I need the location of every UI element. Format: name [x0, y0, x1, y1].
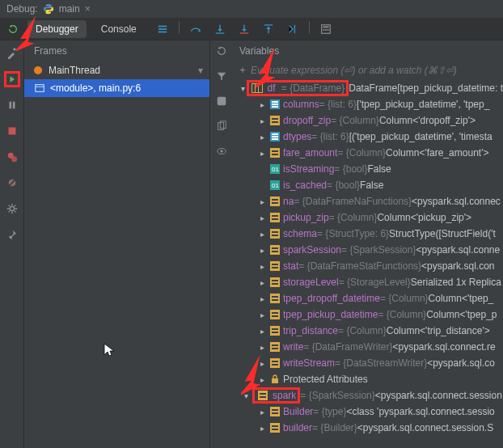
- thread-name: MainThread: [49, 65, 192, 76]
- stack-frame-item[interactable]: <module>, main.py:6: [24, 79, 209, 97]
- var-stat[interactable]: ▸stat = {DataFrameStatFunctions} <pyspar…: [235, 258, 503, 274]
- var-tpep-pickup[interactable]: ▸tpep_pickup_datetime = {Column} Column<…: [235, 306, 503, 323]
- step-into-my-code-icon[interactable]: [236, 21, 252, 37]
- threads-icon[interactable]: [154, 21, 171, 37]
- svg-rect-3: [159, 28, 167, 30]
- svg-rect-15: [12, 102, 15, 109]
- thread-selector[interactable]: MainThread ▾: [24, 61, 209, 79]
- var-builder-instance[interactable]: ▸builder = {Builder} <pyspark.sql.connec…: [235, 420, 503, 436]
- svg-rect-82: [272, 361, 278, 362]
- svg-rect-78: [270, 342, 280, 352]
- svg-point-21: [10, 206, 14, 210]
- resume-button[interactable]: [4, 71, 20, 87]
- svg-rect-52: [272, 199, 278, 201]
- tool-strip: [210, 40, 233, 448]
- var-isstreaming[interactable]: 01isStreaming = {bool} False: [235, 161, 503, 177]
- tab-console[interactable]: Console: [93, 20, 145, 38]
- list-icon: [268, 131, 281, 142]
- evaluate-expression-input[interactable]: [251, 65, 498, 76]
- svg-rect-22: [36, 85, 44, 92]
- svg-rect-13: [328, 29, 329, 31]
- lock-icon: [268, 374, 281, 385]
- svg-rect-37: [270, 116, 280, 125]
- svg-point-0: [46, 5, 47, 6]
- svg-rect-59: [272, 235, 278, 236]
- var-writestream[interactable]: ▸writeStream = {DataStreamWriter} <pyspa…: [235, 355, 503, 371]
- mute-breakpoints-icon[interactable]: [4, 175, 20, 191]
- svg-rect-34: [272, 101, 278, 103]
- settings-wrench-icon[interactable]: [4, 45, 20, 61]
- frame-icon: [34, 82, 45, 94]
- copy-icon[interactable]: [216, 120, 227, 134]
- tab-debugger[interactable]: Debugger: [27, 20, 87, 38]
- svg-text:01: 01: [272, 166, 279, 173]
- rerun-icon[interactable]: [5, 21, 21, 37]
- svg-rect-91: [270, 423, 280, 433]
- list-icon: [268, 99, 281, 110]
- svg-point-18: [11, 156, 17, 162]
- variables-panel: Variables ＋ ▾ df = {DataFrame} DataFrame…: [233, 40, 503, 448]
- svg-rect-43: [272, 138, 278, 140]
- svg-rect-86: [260, 393, 266, 395]
- filename-label: main: [59, 3, 80, 15]
- view-breakpoints-icon[interactable]: [4, 149, 20, 165]
- var-sparksession[interactable]: ▸sparkSession = {SparkSession} <pyspark.…: [235, 242, 503, 258]
- var-spark[interactable]: ▾ spark = {SparkSession} <pyspark.sql.co…: [235, 387, 503, 404]
- frames-panel: Frames MainThread ▾ <module>, main.py:6: [24, 40, 210, 448]
- var-schema[interactable]: ▸schema = {StructType: 6} StructType([St…: [235, 226, 503, 242]
- stop-button[interactable]: [4, 123, 20, 139]
- var-na[interactable]: ▸na = {DataFrameNaFunctions} <pyspark.sq…: [235, 193, 503, 209]
- svg-rect-5: [216, 32, 225, 33]
- var-write[interactable]: ▸write = {DataFrameWriter} <pyspark.sql.…: [235, 339, 503, 355]
- pin-icon[interactable]: [4, 226, 20, 243]
- frame-label: <module>, main.py:6: [50, 82, 141, 94]
- var-storagelevel[interactable]: ▸storageLevel = {StorageLevel} Serialize…: [235, 274, 503, 290]
- svg-rect-79: [272, 344, 278, 346]
- svg-rect-57: [270, 229, 280, 239]
- svg-rect-84: [272, 378, 278, 383]
- pyobject-icon[interactable]: [216, 95, 227, 109]
- svg-rect-14: [9, 102, 11, 109]
- svg-rect-55: [272, 215, 278, 217]
- close-tab-icon[interactable]: ×: [85, 3, 91, 15]
- svg-rect-88: [270, 407, 280, 416]
- pause-button[interactable]: [4, 97, 20, 113]
- svg-rect-64: [272, 264, 278, 265]
- svg-rect-62: [272, 251, 278, 252]
- var-df[interactable]: ▾ df = {DataFrame} DataFrame[tpep_pickup…: [235, 80, 503, 96]
- frames-header: Frames: [24, 40, 209, 61]
- svg-rect-53: [272, 202, 278, 204]
- settings-gear-icon[interactable]: [4, 201, 20, 217]
- svg-text:01: 01: [272, 182, 279, 189]
- var-dtypes[interactable]: ▸dtypes = {list: 6} [('tpep_pickup_datet…: [235, 129, 503, 145]
- svg-rect-87: [260, 396, 266, 398]
- filter-icon[interactable]: [216, 70, 227, 84]
- var-protected-attrs[interactable]: ▸Protected Attributes: [235, 371, 503, 387]
- add-watch-icon[interactable]: ＋: [238, 63, 247, 77]
- var-is-cached[interactable]: 01is_cached = {bool} False: [235, 177, 503, 193]
- svg-rect-67: [272, 280, 278, 281]
- var-columns[interactable]: ▸columns = {list: 6} ['tpep_pickup_datet…: [235, 96, 503, 112]
- step-into-icon[interactable]: [212, 21, 228, 37]
- step-over-icon[interactable]: [188, 21, 204, 37]
- thread-status-icon: [34, 66, 42, 74]
- run-to-cursor-icon[interactable]: [285, 21, 301, 37]
- var-trip-distance[interactable]: ▸trip_distance = {Column} Column<'trip_d…: [235, 323, 503, 339]
- svg-rect-24: [218, 97, 226, 106]
- debug-toolbar: Debugger Console: [0, 18, 503, 40]
- watch-icon[interactable]: [216, 146, 227, 159]
- var-builder-class[interactable]: ▸Builder = {type} <class 'pyspark.sql.co…: [235, 404, 503, 420]
- svg-rect-60: [270, 245, 280, 255]
- var-fare-amount[interactable]: ▸fare_amount = {Column} Column<'fare_amo…: [235, 145, 503, 161]
- chevron-down-icon: ▾: [239, 391, 252, 400]
- svg-rect-4: [159, 31, 167, 32]
- restore-layout-icon[interactable]: [216, 45, 227, 59]
- evaluate-icon[interactable]: [318, 21, 334, 37]
- var-tpep-dropoff[interactable]: ▸tpep_dropoff_datetime = {Column} Column…: [235, 290, 503, 306]
- svg-rect-45: [272, 150, 278, 152]
- variables-header: Variables: [239, 45, 279, 57]
- step-out-icon[interactable]: [260, 21, 277, 37]
- bool-icon: 01: [268, 163, 281, 175]
- var-pickup-zip[interactable]: ▸pickup_zip = {Column} Column<'pickup_zi…: [235, 209, 503, 226]
- var-dropoff-zip[interactable]: ▸dropoff_zip = {Column} Column<'dropoff_…: [235, 112, 503, 129]
